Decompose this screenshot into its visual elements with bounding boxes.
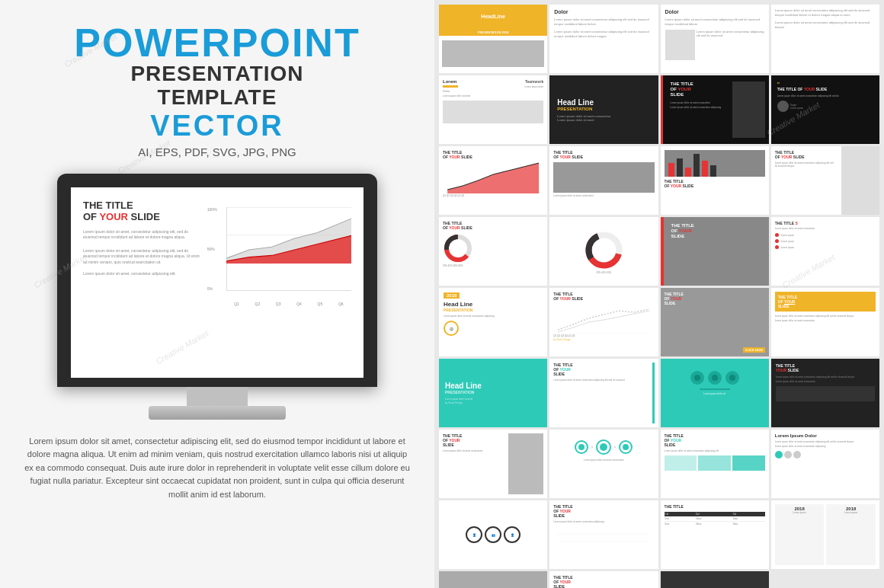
slide1-subheader: PRESENTATION 2018 xyxy=(439,29,547,36)
slide-thumb-25[interactable]: THE TITLEOF YOURSLIDE Lorem ipsum dolor … xyxy=(439,430,547,498)
slide-thumb-30[interactable]: THE TITLEOF YOURSLIDE Lorem ipsum dolor … xyxy=(549,500,658,569)
slide-thumb-15[interactable]: THE TITLEOF YOURSLIDE xyxy=(661,217,769,286)
slide-thumb-33[interactable] xyxy=(439,571,547,588)
slide1-body xyxy=(439,36,547,70)
slide-thumb-35[interactable]: THE TITLEOF YOURSLIDE Lorem ipsum dolor … xyxy=(661,571,769,588)
left-panel: POWERPOINT PRESENTATION TEMPLATE VECTOR … xyxy=(0,0,434,588)
title-block: POWERPOINT PRESENTATION TEMPLATE VECTOR … xyxy=(23,23,412,158)
slide-thumb-29[interactable]: 👤 👥 👤 xyxy=(439,500,547,569)
slide3-title: Dolor xyxy=(665,9,764,14)
slide6-title: Head Line xyxy=(557,98,594,107)
slide-thumb-1[interactable]: HeadLine PRESENTATION 2018 xyxy=(439,5,547,73)
title-powerpoint: POWERPOINT xyxy=(23,23,412,62)
slide-thumb-12[interactable]: THE TITLEOF YOUR SLIDE Lorem ipsum dolor… xyxy=(771,146,879,215)
title-formats: AI, EPS, PDF, SVG, JPG, PNG xyxy=(23,145,412,158)
chart-x-labels: Q1 Q2 Q3 Q4 Q5 Q6 xyxy=(226,302,351,306)
slide-left-col: THE TITLE OF YOUR SLIDE Lorem ipsum dolo… xyxy=(83,200,201,366)
slide14-donut xyxy=(583,229,625,271)
monitor-container: THE TITLE OF YOUR SLIDE Lorem ipsum dolo… xyxy=(23,174,412,420)
title-vector: VECTOR xyxy=(23,110,412,142)
slide-body1: Lorem ipsum dolor sit amet, consectetur … xyxy=(83,229,201,241)
slide-thumb-17[interactable]: 2018 Head Line PRESENTATION Lorem ipsum … xyxy=(439,288,547,356)
slides-grid: HeadLine PRESENTATION 2018 Dolor Lorem i… xyxy=(439,5,879,588)
slide-thumb-34[interactable]: THE TITLEOF YOURSLIDE xyxy=(549,571,658,588)
slide-right-col: 100% 50% 0% xyxy=(207,200,351,366)
slide9-chart xyxy=(443,159,543,193)
slide2-body: Lorem ipsum dolor sit amet consectetur a… xyxy=(554,18,653,27)
title-template: TEMPLATE xyxy=(23,86,412,110)
slide-thumb-28[interactable]: Lorem Ipsum Dolor Lorem ipsum dolor sit … xyxy=(771,430,879,498)
slide-thumb-5[interactable]: Lorem Dolor Lorem ipsum dolor sit amet T… xyxy=(439,75,547,144)
main-layout: Creative Market Creative Market Creative… xyxy=(0,0,884,588)
monitor-stand-neck xyxy=(187,387,248,406)
slide-thumb-7[interactable]: THE TITLEOF YOURSLIDE Lorem ipsum dolor … xyxy=(661,75,769,144)
monitor-screen-outer: THE TITLE OF YOUR SLIDE Lorem ipsum dolo… xyxy=(57,174,377,387)
slide-thumb-10[interactable]: THE TITLEOF YOUR SLIDE Lorem ipsum dolor… xyxy=(549,146,658,215)
slide-body2: Lorem ipsum dolor sit amet, consectetur … xyxy=(83,248,201,266)
slide-thumb-4[interactable]: Lorem ipsum dolor sit amet consectetur a… xyxy=(771,5,879,73)
slide1-img xyxy=(442,40,544,67)
your-text: YOUR xyxy=(99,211,128,222)
slide30-chart xyxy=(553,526,654,549)
slide-thumb-27[interactable]: THE TITLEOF YOURSLIDE Lorem ipsum dolor … xyxy=(661,430,769,498)
slide-thumb-16[interactable]: THE TITLE S Lorem ipsum dolor sit amet c… xyxy=(771,217,879,286)
slide-thumb-20[interactable]: THE TITLEOF YOURSLIDE Lorem ipsum dolor … xyxy=(771,288,879,356)
slide18-chart xyxy=(553,303,654,334)
slide-thumb-2[interactable]: Dolor Lorem ipsum dolor sit amet consect… xyxy=(549,5,658,73)
slide-thumb-8[interactable]: " THE TITLE OF YOUR SLIDE Lorem ipsum do… xyxy=(771,75,879,144)
slide-thumb-19[interactable]: THE TITLEOF YOURSLIDE CLICK NOW xyxy=(661,288,769,356)
slide-body3: Lorem ipsum dolor sit amet, consectetur … xyxy=(83,271,201,277)
chart-y-labels: 100% 50% 0% xyxy=(207,207,217,291)
slide2-title: Dolor xyxy=(554,9,653,14)
slide-thumb-13[interactable]: THE TITLEOF YOUR SLIDE 20% 40% 60% 80% xyxy=(439,217,547,286)
slide-thumb-32[interactable]: 2018 Lorem ipsum 2018 Lorem ipsum xyxy=(771,500,879,569)
slide-thumb-31[interactable]: THE TITLE Col Col Col Item Value Data It… xyxy=(661,500,769,569)
slide-thumb-26[interactable]: Lorem ipsum dolor sit amet consectetur xyxy=(549,430,658,498)
slide-thumb-24[interactable]: THE TITLEYOUR SLIDE Lorem ipsum dolor si… xyxy=(771,359,879,427)
description-text: Lorem ipsum dolor sit amet, consectetur … xyxy=(23,435,412,502)
monitor: THE TITLE OF YOUR SLIDE Lorem ipsum dolo… xyxy=(57,174,377,420)
chart-area: 100% 50% 0% xyxy=(207,207,351,306)
slide-preview: THE TITLE OF YOUR SLIDE Lorem ipsum dolo… xyxy=(71,187,364,378)
slide13-donut xyxy=(443,233,473,264)
slide-thumb-14[interactable]: 20% 40% 60% xyxy=(549,217,658,286)
slide-thumb-9[interactable]: THE TITLEOF YOUR SLIDE Q1 Q2 Q3 Q4 Q5 Q6 xyxy=(439,146,547,215)
slide-thumb-21[interactable]: Head Line PRESENTATION Lorem ipsum dolor… xyxy=(439,359,547,427)
slide-thumb-22[interactable]: THE TITLEOF YOURSLIDE Lorem ipsum dolor … xyxy=(549,359,658,427)
slide1-header: HeadLine xyxy=(439,5,547,29)
chart-svg xyxy=(226,207,351,264)
monitor-screen: THE TITLE OF YOUR SLIDE Lorem ipsum dolo… xyxy=(71,187,364,378)
slide-thumb-6[interactable]: Head Line PRESENTATION Lorem ipsum dolor… xyxy=(549,75,658,144)
slide-thumb-3[interactable]: Dolor Lorem ipsum dolor sit amet consect… xyxy=(661,5,769,73)
svg-marker-2 xyxy=(447,163,539,193)
monitor-stand-base xyxy=(149,406,286,420)
slide-main-title: THE TITLE OF YOUR SLIDE xyxy=(83,200,201,223)
slide-thumb-23[interactable]: Lorem ipsum dolor sit xyxy=(661,359,769,427)
right-panel: HeadLine PRESENTATION 2018 Dolor Lorem i… xyxy=(434,0,884,588)
title-presentation: PRESENTATION xyxy=(23,62,412,86)
slide-thumb-18[interactable]: THE TITLEOF YOUR SLIDE Q1 Q2 Q3 Q4 Q5 Q6… xyxy=(549,288,658,356)
slide-thumb-11[interactable]: THE TITLEOF YOUR SLIDE xyxy=(661,146,769,215)
